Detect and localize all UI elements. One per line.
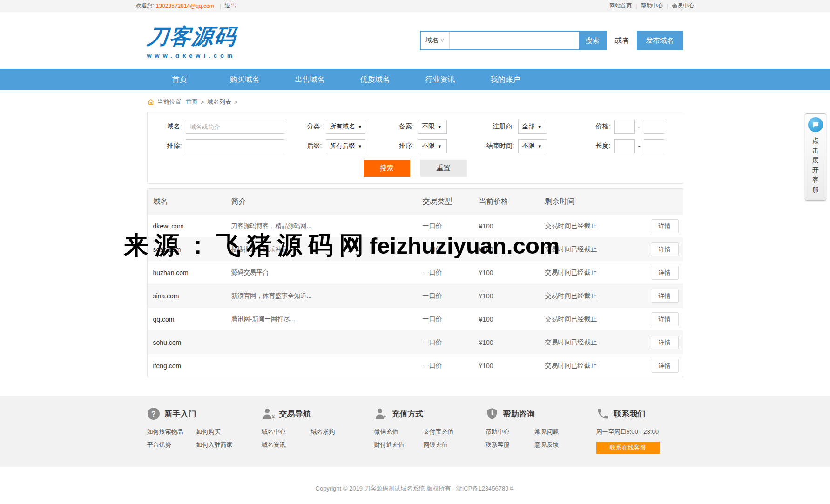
detail-button[interactable]: 详情 xyxy=(651,289,679,303)
nav-item-my-account[interactable]: 我的账户 xyxy=(473,69,538,90)
shield-icon xyxy=(486,407,499,420)
user-cursor-icon xyxy=(374,407,387,420)
col-header-price: 当前价格 xyxy=(479,197,545,207)
footer-link[interactable]: 财付通充值 xyxy=(374,441,424,449)
type-cell: 一口价 xyxy=(423,338,479,347)
table-header-row: 域名 简介 交易类型 当前价格 剩余时间 xyxy=(148,189,683,214)
publish-domain-button[interactable]: 发布域名 xyxy=(637,31,683,50)
col-header-domain: 域名 xyxy=(153,197,231,207)
chat-bubble-icon xyxy=(808,117,823,132)
domain-cell: huzhan.com xyxy=(153,269,231,276)
range-dash: - xyxy=(638,142,641,150)
footer-link[interactable]: 域名求购 xyxy=(311,428,374,436)
price-cell: ¥100 xyxy=(479,222,545,230)
breadcrumb-home-link[interactable]: 首页 xyxy=(186,98,198,106)
price-cell: ¥100 xyxy=(479,362,545,370)
logo-title: 刀客源码 xyxy=(145,22,238,51)
footer-col-title: 帮助咨询 xyxy=(503,409,535,419)
svg-text:¥: ¥ xyxy=(272,414,275,419)
service-hours: 周一至周日9:00 - 23:00 xyxy=(596,428,683,436)
suffix-select[interactable]: 所有后缀 xyxy=(326,139,366,153)
filter-label-category: 分类: xyxy=(302,122,326,131)
detail-button[interactable]: 详情 xyxy=(651,336,679,349)
separator: | xyxy=(635,3,637,9)
domain-filter-input[interactable] xyxy=(186,120,284,134)
price-cell: ¥100 xyxy=(479,269,545,276)
endtime-select-value: 不限 xyxy=(522,142,535,150)
footer-link[interactable]: 常见问题 xyxy=(535,428,596,436)
footer-col-recharge: 充值方式 微信充值 支付宝充值 财付通充值 网银充值 xyxy=(374,407,486,454)
footer-link[interactable]: 域名资讯 xyxy=(262,441,311,449)
type-cell: 一口价 xyxy=(423,222,479,230)
topbar-link-home[interactable]: 网站首页 xyxy=(609,2,632,10)
detail-button[interactable]: 详情 xyxy=(651,312,679,326)
footer-link[interactable]: 支付宝充值 xyxy=(424,428,486,436)
desc-cell: 搜搜搜索，快乐冲浪... xyxy=(231,245,423,254)
footer-link[interactable]: 网银充值 xyxy=(424,441,486,449)
search-category-select[interactable]: 域名 xyxy=(421,32,450,49)
type-cell: 一口价 xyxy=(423,292,479,300)
nav-item-home[interactable]: 首页 xyxy=(147,69,212,90)
detail-button[interactable]: 详情 xyxy=(651,242,679,256)
time-cell: 交易时间已经截止 xyxy=(545,245,651,254)
topbar-link-help[interactable]: 帮助中心 xyxy=(641,2,663,10)
registrar-select[interactable]: 全部 xyxy=(518,120,547,134)
price-min-input[interactable] xyxy=(614,120,635,134)
footer: ? 新手入门 如何搜索物品 如何购买 平台优势 如何入驻商家 ¥ 交易导航 域名… xyxy=(0,396,830,467)
filter-label-endtime: 结束时间: xyxy=(477,142,518,150)
separator: | xyxy=(220,3,221,9)
price-cell: ¥100 xyxy=(479,246,545,253)
detail-button[interactable]: 详情 xyxy=(651,219,679,233)
topbar-link-member[interactable]: 会员中心 xyxy=(672,2,695,10)
nav-item-industry-news[interactable]: 行业资讯 xyxy=(408,69,473,90)
footer-col-title: 联系我们 xyxy=(614,409,646,419)
user-email: 13023572814@qq.com xyxy=(156,3,214,9)
category-select[interactable]: 所有域名 xyxy=(326,120,366,134)
filter-label-beian: 备案: xyxy=(394,122,418,131)
or-text: 或者 xyxy=(615,36,629,45)
search-input[interactable] xyxy=(450,32,579,49)
sort-select[interactable]: 不限 xyxy=(418,139,447,153)
breadcrumb-separator: > xyxy=(201,99,204,106)
footer-col-help: 帮助咨询 帮助中心 常见问题 联系客服 意见反馈 xyxy=(486,407,596,454)
contact-service-button[interactable]: 联系在线客服 xyxy=(596,442,660,454)
nav-item-sell-domain[interactable]: 出售域名 xyxy=(277,69,343,90)
beian-select[interactable]: 不限 xyxy=(418,120,447,134)
nav-item-premium-domain[interactable]: 优质域名 xyxy=(343,69,408,90)
footer-col-title: 充值方式 xyxy=(392,409,424,419)
filter-label-length: 长度: xyxy=(590,142,614,150)
footer-link[interactable]: 意见反馈 xyxy=(535,441,596,449)
site-header: 刀客源码 www.dkewl.com 域名 搜索 或者 发布域名 xyxy=(0,12,830,69)
type-cell: 一口价 xyxy=(423,315,479,323)
footer-link[interactable]: 如何入驻商家 xyxy=(196,441,262,449)
col-header-desc: 简介 xyxy=(231,197,423,207)
length-min-input[interactable] xyxy=(614,139,635,153)
customer-service-widget[interactable]: 点击展开客服 xyxy=(805,113,826,201)
topbar: 欢迎您: 13023572814@qq.com | 退出 网站首页 | 帮助中心… xyxy=(0,0,830,12)
footer-link[interactable]: 联系客服 xyxy=(486,441,535,449)
footer-link[interactable]: 如何购买 xyxy=(196,428,262,436)
registrar-select-value: 全部 xyxy=(522,122,535,131)
footer-link[interactable]: 微信充值 xyxy=(374,428,424,436)
endtime-select[interactable]: 不限 xyxy=(518,139,547,153)
exclude-filter-input[interactable] xyxy=(186,139,284,153)
detail-button[interactable]: 详情 xyxy=(651,359,679,373)
footer-link[interactable]: 帮助中心 xyxy=(486,428,535,436)
site-logo[interactable]: 刀客源码 www.dkewl.com xyxy=(147,22,236,59)
nav-item-buy-domain[interactable]: 购买域名 xyxy=(212,69,277,90)
footer-link[interactable]: 域名中心 xyxy=(262,428,311,436)
domain-cell: sina.com xyxy=(153,292,231,300)
detail-button[interactable]: 详情 xyxy=(651,266,679,280)
footer-link[interactable]: 平台优势 xyxy=(147,441,196,449)
logout-link[interactable]: 退出 xyxy=(225,2,236,10)
filter-search-button[interactable]: 搜索 xyxy=(364,160,410,177)
header-search-button[interactable]: 搜索 xyxy=(579,32,606,49)
filter-reset-button[interactable]: 重置 xyxy=(420,160,467,177)
home-icon xyxy=(147,98,155,106)
length-max-input[interactable] xyxy=(644,139,664,153)
suffix-select-value: 所有后缀 xyxy=(330,142,355,150)
footer-link[interactable]: 如何搜索物品 xyxy=(147,428,196,436)
price-max-input[interactable] xyxy=(644,120,664,134)
time-cell: 交易时间已经截止 xyxy=(545,292,651,300)
question-circle-icon: ? xyxy=(147,407,160,420)
